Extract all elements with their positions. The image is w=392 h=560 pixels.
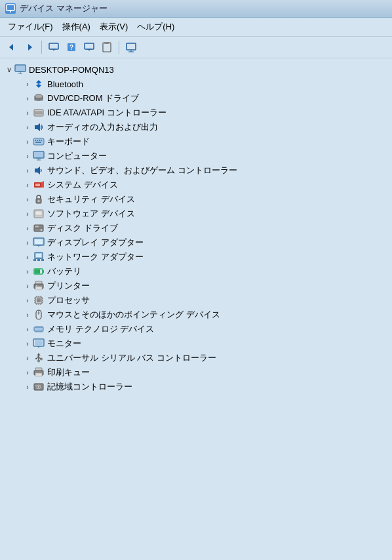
computer-toolbar-button[interactable]: [46, 39, 62, 55]
list-item[interactable]: › ソフトウェア デバイス: [22, 207, 389, 221]
svg-point-48: [38, 200, 40, 202]
item-label: マウスとそのほかのポインティング デバイス: [47, 309, 220, 321]
expand-arrow[interactable]: ›: [22, 338, 33, 349]
keyboard-icon: [33, 136, 45, 148]
svg-marker-22: [39, 80, 41, 88]
processor-icon: [33, 294, 45, 306]
expand-arrow[interactable]: ›: [22, 93, 33, 104]
list-item[interactable]: › モニター: [22, 336, 389, 351]
svg-rect-14: [104, 42, 109, 44]
svg-rect-102: [35, 340, 43, 345]
list-item[interactable]: › コンピューター: [22, 149, 389, 163]
expand-arrow[interactable]: ›: [22, 310, 33, 320]
list-item[interactable]: › IDE ATA/ATAPI コントローラー: [22, 106, 389, 120]
usb-icon: [33, 352, 45, 364]
root-expand-arrow[interactable]: ∨: [4, 64, 14, 75]
battery-icon: [33, 266, 45, 277]
clipboard-toolbar-button[interactable]: [99, 39, 115, 55]
svg-rect-37: [35, 142, 41, 143]
list-item[interactable]: › ディスク ドライブ: [22, 221, 389, 235]
svg-rect-38: [33, 151, 44, 158]
toolbar: ?: [0, 37, 392, 58]
display-toolbar-button[interactable]: [123, 39, 139, 55]
svg-rect-56: [35, 239, 43, 244]
svg-rect-5: [49, 43, 58, 49]
expand-arrow[interactable]: ›: [22, 382, 33, 392]
item-label: キーボード: [47, 136, 90, 148]
toolbar-sep-1: [41, 41, 42, 54]
expand-arrow[interactable]: ›: [22, 367, 33, 378]
expand-arrow[interactable]: ›: [22, 180, 33, 190]
item-label: 印刷キュー: [47, 367, 90, 378]
item-label: プロセッサ: [47, 294, 90, 306]
list-item[interactable]: › キーボード: [22, 134, 389, 149]
device-tree: ∨ DESKTOP-POMQN13 ›: [0, 58, 392, 553]
svg-point-110: [41, 358, 43, 360]
svg-rect-54: [35, 226, 39, 228]
expand-arrow[interactable]: ›: [22, 108, 33, 118]
item-label: ソフトウェア デバイス: [47, 208, 135, 220]
help-toolbar-button[interactable]: ?: [64, 39, 79, 55]
back-button[interactable]: [4, 39, 20, 55]
expand-arrow[interactable]: ›: [22, 295, 33, 306]
folder-toolbar-button[interactable]: [81, 39, 97, 55]
list-item[interactable]: › プリンター: [22, 279, 389, 293]
item-label: コンピューター: [47, 150, 107, 162]
root-item[interactable]: ∨ DESKTOP-POMQN13: [4, 62, 389, 77]
svg-point-111: [38, 360, 40, 362]
expand-arrow[interactable]: ›: [22, 151, 33, 161]
list-item[interactable]: › ディスプレイ アダプター: [22, 235, 389, 250]
expand-arrow[interactable]: ›: [22, 237, 33, 248]
expand-arrow[interactable]: ›: [22, 136, 33, 147]
svg-rect-73: [35, 287, 42, 290]
svg-marker-24: [36, 80, 39, 84]
list-item[interactable]: › バッテリ: [22, 264, 389, 279]
svg-rect-61: [33, 259, 36, 261]
menu-view[interactable]: 表示(V): [96, 20, 132, 34]
list-item[interactable]: › ネットワーク アダプター: [22, 250, 389, 264]
svg-marker-3: [9, 44, 13, 50]
expand-arrow[interactable]: ›: [22, 252, 33, 262]
svg-marker-31: [35, 123, 40, 131]
svg-rect-18: [15, 65, 26, 71]
list-item[interactable]: › 印刷キュー: [22, 365, 389, 380]
list-item[interactable]: › マウスとそのほかのポインティング デバイス: [22, 308, 389, 322]
list-item[interactable]: › DVD/CD-ROM ドライブ: [22, 91, 389, 106]
list-item[interactable]: › システム デバイス: [22, 178, 389, 192]
list-item[interactable]: › 記憶域コントローラー: [22, 380, 389, 394]
menu-file[interactable]: ファイル(F): [4, 20, 57, 34]
monitor-icon: [33, 338, 45, 350]
list-item[interactable]: › オーディオの入力および出力: [22, 120, 389, 134]
svg-rect-50: [35, 211, 42, 215]
expand-arrow[interactable]: ›: [22, 79, 33, 89]
audio-icon: [33, 121, 45, 133]
expand-arrow[interactable]: ›: [22, 266, 33, 277]
expand-arrow[interactable]: ›: [22, 324, 33, 334]
expand-arrow[interactable]: ›: [22, 281, 33, 291]
expand-arrow[interactable]: ›: [22, 353, 33, 363]
list-item[interactable]: › ユニバーサル シリアル バス コントローラー: [22, 351, 389, 365]
list-item[interactable]: › Bluetooth: [22, 77, 389, 91]
list-item[interactable]: › サウンド、ビデオ、およびゲーム コントローラー: [22, 163, 389, 178]
list-item[interactable]: › セキュリティ デバイス: [22, 192, 389, 207]
list-item[interactable]: › プロセッサ: [22, 293, 389, 308]
menu-help[interactable]: ヘルプ(H): [133, 20, 178, 34]
item-label: 記憶域コントローラー: [47, 381, 132, 393]
svg-point-27: [35, 94, 43, 98]
printer-icon: [33, 280, 45, 292]
title-bar-text: デバイス マネージャー: [20, 3, 108, 14]
expand-arrow[interactable]: ›: [22, 209, 33, 219]
expand-arrow[interactable]: ›: [22, 223, 33, 233]
item-label: オーディオの入力および出力: [47, 121, 158, 133]
item-label: サウンド、ビデオ、およびゲーム コントローラー: [47, 165, 237, 176]
list-item[interactable]: › メモリ テクノロジ デバイス: [22, 322, 389, 336]
svg-point-91: [38, 312, 40, 314]
svg-point-53: [41, 229, 43, 231]
menu-action[interactable]: 操作(A): [58, 20, 94, 34]
expand-arrow[interactable]: ›: [22, 122, 33, 132]
item-label: メモリ テクノロジ デバイス: [47, 323, 154, 335]
svg-rect-35: [39, 140, 40, 141]
expand-arrow[interactable]: ›: [22, 194, 33, 205]
expand-arrow[interactable]: ›: [22, 165, 33, 176]
forward-button[interactable]: [22, 39, 37, 55]
